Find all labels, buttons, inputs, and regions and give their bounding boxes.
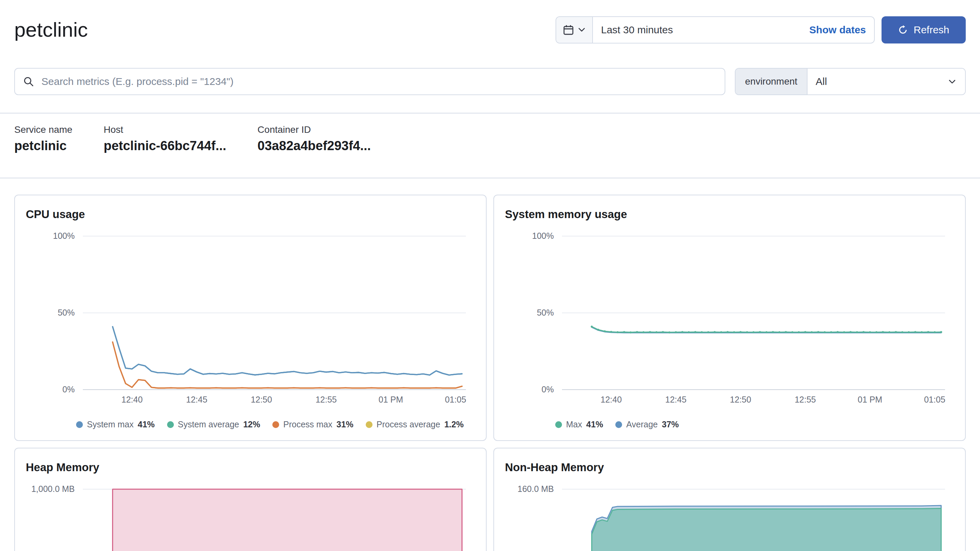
legend-item[interactable]: Process max31% bbox=[272, 420, 353, 429]
svg-text:12:45: 12:45 bbox=[186, 395, 207, 404]
svg-text:01:05: 01:05 bbox=[924, 395, 945, 404]
svg-text:0%: 0% bbox=[62, 385, 75, 394]
legend-label: Process average bbox=[377, 420, 441, 429]
service-name-title: petclinic bbox=[14, 18, 88, 42]
legend-value: 41% bbox=[138, 420, 155, 429]
svg-text:12:55: 12:55 bbox=[315, 395, 337, 404]
time-range-value[interactable]: Last 30 minutes bbox=[593, 24, 801, 36]
legend-label: Average bbox=[626, 420, 658, 429]
meta-label: Container ID bbox=[258, 124, 371, 135]
non-heap-memory-chart[interactable]: 160.0 MB80.0 MB12:4012:4512:5012:5501 PM… bbox=[505, 484, 954, 551]
heap-memory-chart[interactable]: 1,000.0 MB500.0 MB12:4012:4512:5012:5501… bbox=[26, 484, 475, 551]
legend-item[interactable]: System average12% bbox=[167, 420, 261, 429]
legend-item[interactable]: Process average1.2% bbox=[366, 420, 464, 429]
meta-value: petclinic-66bc744f... bbox=[103, 139, 226, 153]
meta-value: 03a82a4bef293f4... bbox=[258, 139, 371, 153]
legend-dot bbox=[555, 421, 562, 428]
cpu-usage-legend: System max41%System average12%Process ma… bbox=[76, 420, 475, 429]
environment-filter[interactable]: environment All bbox=[735, 68, 966, 95]
date-picker[interactable]: Last 30 minutes Show dates bbox=[555, 16, 875, 43]
panel-title: Non-Heap Memory bbox=[505, 459, 954, 476]
svg-text:0%: 0% bbox=[542, 385, 554, 394]
page-header: petclinic Last 30 minutes Show dates bbox=[0, 0, 980, 50]
refresh-label: Refresh bbox=[913, 24, 949, 36]
legend-item[interactable]: System max41% bbox=[76, 420, 155, 429]
panel-title: System memory usage bbox=[505, 206, 954, 223]
svg-text:12:40: 12:40 bbox=[601, 395, 622, 404]
panel-title: Heap Memory bbox=[26, 459, 475, 476]
cpu-usage-panel: CPU usage 100%50%0%12:4012:4512:5012:550… bbox=[14, 195, 487, 441]
legend-value: 12% bbox=[243, 420, 260, 429]
chevron-down-icon bbox=[578, 27, 585, 32]
svg-text:01:05: 01:05 bbox=[445, 395, 466, 404]
metrics-search-box[interactable] bbox=[14, 68, 725, 95]
legend-label: Process max bbox=[283, 420, 332, 429]
svg-text:160.0 MB: 160.0 MB bbox=[517, 484, 554, 494]
svg-text:1,000.0 MB: 1,000.0 MB bbox=[31, 484, 75, 494]
non-heap-memory-panel: Non-Heap Memory 160.0 MB80.0 MB12:4012:4… bbox=[493, 448, 966, 551]
svg-text:100%: 100% bbox=[53, 231, 75, 240]
meta-value: petclinic bbox=[14, 139, 72, 153]
cpu-usage-chart[interactable]: 100%50%0%12:4012:4512:5012:5501 PM01:05 bbox=[26, 231, 475, 410]
environment-select[interactable]: All bbox=[808, 68, 965, 94]
chevron-down-icon bbox=[947, 77, 957, 86]
system-memory-chart[interactable]: 100%50%0%12:4012:4512:5012:5501 PM01:05 bbox=[505, 231, 954, 410]
legend-label: Max bbox=[566, 420, 582, 429]
svg-text:12:45: 12:45 bbox=[665, 395, 687, 404]
panel-title: CPU usage bbox=[26, 206, 475, 223]
apm-service-metrics-page: petclinic Last 30 minutes Show dates bbox=[0, 0, 980, 551]
meta-label: Service name bbox=[14, 124, 72, 135]
refresh-button[interactable]: Refresh bbox=[881, 16, 966, 43]
legend-value: 41% bbox=[586, 420, 603, 429]
metrics-search-input[interactable] bbox=[40, 75, 716, 88]
calendar-icon bbox=[563, 24, 574, 35]
svg-text:12:40: 12:40 bbox=[122, 395, 143, 404]
legend-value: 37% bbox=[662, 420, 679, 429]
meta-container-id: Container ID 03a82a4bef293f4... bbox=[258, 124, 371, 153]
svg-text:100%: 100% bbox=[532, 231, 554, 240]
legend-item[interactable]: Max41% bbox=[555, 420, 603, 429]
legend-value: 31% bbox=[337, 420, 353, 429]
legend-item[interactable]: Average37% bbox=[615, 420, 679, 429]
legend-dot bbox=[167, 421, 174, 428]
environment-filter-label: environment bbox=[735, 68, 808, 94]
legend-label: System max bbox=[87, 420, 134, 429]
svg-text:12:55: 12:55 bbox=[795, 395, 816, 404]
svg-text:01 PM: 01 PM bbox=[379, 395, 403, 404]
legend-dot bbox=[366, 421, 372, 428]
search-icon bbox=[23, 76, 34, 87]
legend-dot bbox=[615, 421, 622, 428]
legend-value: 1.2% bbox=[444, 420, 463, 429]
search-and-filter-row: environment All bbox=[0, 50, 980, 95]
legend-dot bbox=[272, 421, 279, 428]
svg-text:12:50: 12:50 bbox=[730, 395, 751, 404]
quick-select-button[interactable] bbox=[556, 17, 593, 43]
system-memory-legend: Max41%Average37% bbox=[555, 420, 954, 429]
environment-selected-value: All bbox=[816, 76, 827, 87]
svg-text:12:50: 12:50 bbox=[251, 395, 272, 404]
service-metadata: Service name petclinic Host petclinic-66… bbox=[0, 113, 980, 178]
meta-host: Host petclinic-66bc744f... bbox=[103, 124, 226, 153]
charts-grid: CPU usage 100%50%0%12:4012:4512:5012:550… bbox=[0, 178, 980, 551]
meta-service-name: Service name petclinic bbox=[14, 124, 72, 153]
show-dates-link[interactable]: Show dates bbox=[801, 24, 874, 36]
legend-dot bbox=[76, 421, 83, 428]
svg-text:50%: 50% bbox=[537, 308, 554, 317]
system-memory-panel: System memory usage 100%50%0%12:4012:451… bbox=[493, 195, 966, 441]
heap-memory-panel: Heap Memory 1,000.0 MB500.0 MB12:4012:45… bbox=[14, 448, 487, 551]
meta-label: Host bbox=[103, 124, 226, 135]
legend-label: System average bbox=[178, 420, 239, 429]
svg-text:50%: 50% bbox=[58, 308, 75, 317]
time-controls: Last 30 minutes Show dates Refresh bbox=[555, 16, 966, 43]
refresh-icon bbox=[898, 25, 908, 35]
svg-text:01 PM: 01 PM bbox=[858, 395, 882, 404]
